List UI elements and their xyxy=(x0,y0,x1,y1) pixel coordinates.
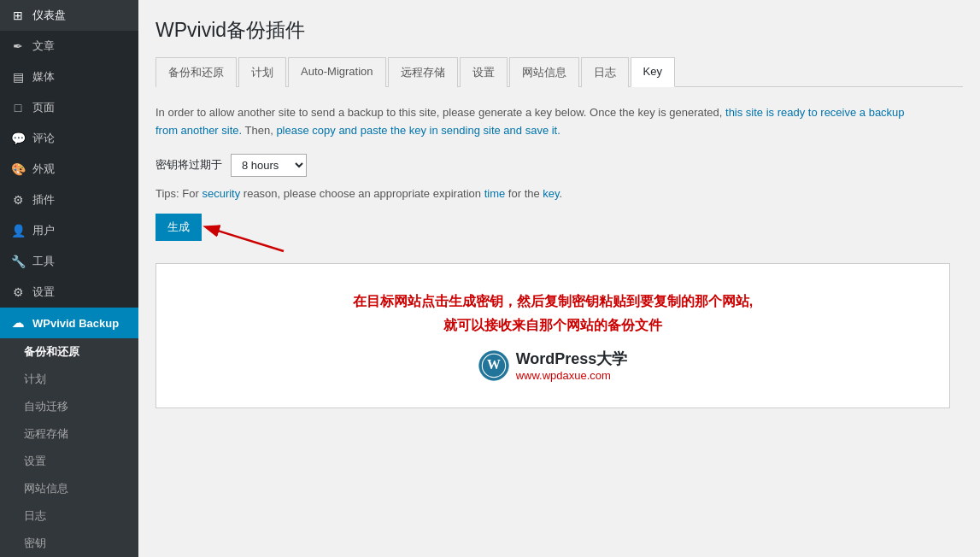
dashboard-icon: ⊞ xyxy=(10,9,26,22)
sidebar-item-label: 用户 xyxy=(32,223,55,238)
annotation-text: 在目标网站点击生成密钥，然后复制密钥粘贴到要复制的那个网站, 就可以接收来自那个… xyxy=(353,290,753,339)
wp-site-info: WordPress大学 www.wpdaxue.com xyxy=(516,349,628,382)
tab-log[interactable]: 日志 xyxy=(581,57,629,87)
sidebar-sub-key[interactable]: 密钥 xyxy=(0,530,138,557)
sidebar-sub-backup[interactable]: 备份和还原 xyxy=(0,338,138,366)
sidebar-sub-automigration[interactable]: 自动迁移 xyxy=(0,393,138,420)
sidebar-sub-menu: 备份和还原 计划 自动迁移 远程存储 设置 网站信息 日志 密钥 xyxy=(0,338,138,557)
media-icon: ▤ xyxy=(10,70,26,84)
sidebar-item-label: 文章 xyxy=(32,38,55,54)
sidebar-sub-schedule[interactable]: 计划 xyxy=(0,366,138,393)
sidebar: ⊞ 仪表盘 ✒ 文章 ▤ 媒体 □ 页面 💬 评论 🎨 外观 ⚙ 插件 👤 用户… xyxy=(0,0,138,557)
pages-icon: □ xyxy=(10,101,26,114)
tab-remote[interactable]: 远程存储 xyxy=(388,57,458,87)
sidebar-item-label: 媒体 xyxy=(32,69,55,85)
plugins-icon: ⚙ xyxy=(10,193,26,207)
wp-site-name: WordPress大学 xyxy=(516,349,628,369)
wpvivid-label: WPvivid Backup xyxy=(32,317,119,330)
expiry-row: 密钥将过期于 1 hours 2 hours 4 hours 8 hours 1… xyxy=(156,154,963,177)
sidebar-item-pages[interactable]: □ 页面 xyxy=(0,92,138,123)
expiry-select[interactable]: 1 hours 2 hours 4 hours 8 hours 12 hours… xyxy=(231,154,307,177)
wp-logo-area: W WordPress大学 www.wpdaxue.com xyxy=(478,349,628,382)
sidebar-item-tools[interactable]: 🔧 工具 xyxy=(0,246,138,277)
tab-key[interactable]: Key xyxy=(631,57,675,87)
tab-settings[interactable]: 设置 xyxy=(460,57,508,87)
sidebar-item-plugins[interactable]: ⚙ 插件 xyxy=(0,185,138,215)
sidebar-item-label: 插件 xyxy=(32,192,55,208)
users-icon: 👤 xyxy=(10,224,26,237)
sidebar-item-appearance[interactable]: 🎨 外观 xyxy=(0,154,138,185)
sidebar-item-label: 外观 xyxy=(32,161,55,177)
wpvivid-icon: ☁ xyxy=(10,316,26,330)
sidebar-item-dashboard[interactable]: ⊞ 仪表盘 xyxy=(0,0,138,31)
sidebar-item-settings[interactable]: ⚙ 设置 xyxy=(0,277,138,308)
sidebar-sub-siteinfo[interactable]: 网站信息 xyxy=(0,475,138,502)
sidebar-item-comments[interactable]: 💬 评论 xyxy=(0,123,138,154)
expiry-label: 密钥将过期于 xyxy=(156,157,222,173)
tab-schedule[interactable]: 计划 xyxy=(238,57,286,87)
page-title: WPvivid备份插件 xyxy=(156,17,963,44)
tools-icon: 🔧 xyxy=(10,255,26,268)
comments-icon: 💬 xyxy=(10,132,26,145)
sidebar-item-posts[interactable]: ✒ 文章 xyxy=(0,31,138,62)
tabs-bar: 备份和还原 计划 Auto-Migration 远程存储 设置 网站信息 日志 … xyxy=(156,57,963,87)
wordpress-logo: W xyxy=(478,350,509,381)
content-box: 在目标网站点击生成密钥，然后复制密钥粘贴到要复制的那个网站, 就可以接收来自那个… xyxy=(156,263,950,409)
svg-line-1 xyxy=(207,227,284,251)
red-arrow-annotation xyxy=(190,217,292,260)
sidebar-item-users[interactable]: 👤 用户 xyxy=(0,215,138,246)
sidebar-wpvivid[interactable]: ☁ WPvivid Backup xyxy=(0,308,138,338)
tab-automigration[interactable]: Auto-Migration xyxy=(288,57,386,87)
settings-icon: ⚙ xyxy=(10,285,26,299)
main-content: WPvivid备份插件 备份和还原 计划 Auto-Migration 远程存储… xyxy=(138,0,980,557)
sidebar-sub-remote[interactable]: 远程存储 xyxy=(0,420,138,448)
sidebar-item-label: 设置 xyxy=(32,284,55,300)
posts-icon: ✒ xyxy=(10,39,26,53)
generate-section: 生成 xyxy=(156,214,202,253)
key-description: In order to allow another site to send a… xyxy=(156,104,924,140)
wp-site-url: www.wpdaxue.com xyxy=(516,369,628,382)
tab-siteinfo[interactable]: 网站信息 xyxy=(509,57,579,87)
sidebar-item-label: 工具 xyxy=(32,254,55,269)
sidebar-item-label: 仪表盘 xyxy=(32,8,66,23)
sidebar-item-media[interactable]: ▤ 媒体 xyxy=(0,62,138,92)
content-area: WPvivid备份插件 备份和还原 计划 Auto-Migration 远程存储… xyxy=(138,0,980,557)
appearance-icon: 🎨 xyxy=(10,162,26,176)
svg-text:W: W xyxy=(487,357,501,372)
sidebar-item-label: 页面 xyxy=(32,100,55,115)
generate-button[interactable]: 生成 xyxy=(156,214,202,241)
sidebar-sub-log[interactable]: 日志 xyxy=(0,502,138,530)
sidebar-item-label: 评论 xyxy=(32,131,55,146)
tab-backup[interactable]: 备份和还原 xyxy=(156,57,237,87)
tips-text: Tips: For security reason, please choose… xyxy=(156,187,963,200)
sidebar-sub-settings[interactable]: 设置 xyxy=(0,448,138,475)
